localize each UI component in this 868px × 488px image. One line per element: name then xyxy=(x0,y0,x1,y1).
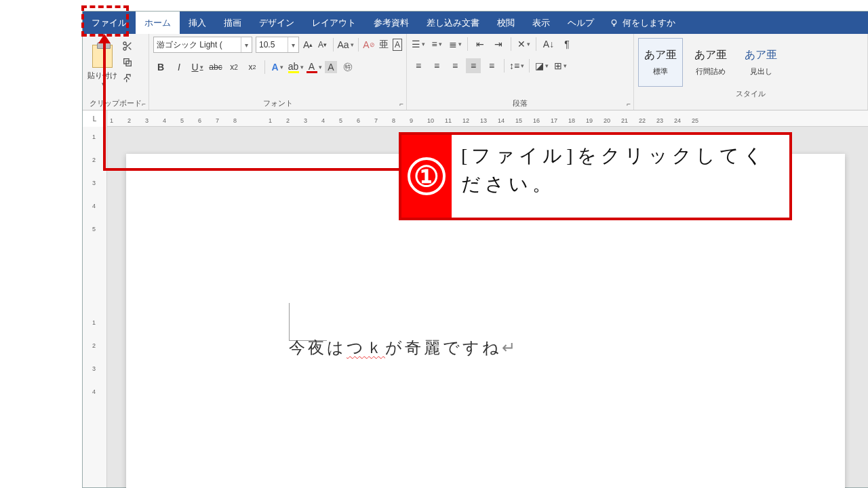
style-sample: あア亜 xyxy=(644,48,677,62)
shrink-font-button[interactable]: A▾ xyxy=(317,37,328,52)
margin-indicator xyxy=(289,303,327,341)
copy-button[interactable] xyxy=(121,56,134,69)
paragraph-group-label: 段落 xyxy=(513,98,528,108)
ruler-area: L 87654321123456789101112131415161718192… xyxy=(83,110,868,127)
font-size-value: 10.5 xyxy=(256,40,288,49)
align-left-button[interactable]: ≡ xyxy=(411,58,426,73)
tab-references[interactable]: 参考資料 xyxy=(365,12,418,34)
phonetic-guide-button[interactable]: 亜 xyxy=(378,37,389,52)
annotation-arrow-vertical xyxy=(103,37,106,171)
tab-design[interactable]: デザイン xyxy=(250,12,303,34)
char-border-button[interactable]: A xyxy=(393,39,402,51)
font-size-combo[interactable]: 10.5▾ xyxy=(256,37,299,53)
caret-down-icon: ▾ xyxy=(241,37,252,52)
font-name-value: 游ゴシック Light ( xyxy=(154,39,241,51)
ribbon-group-styles: あア亜 標準 あア亜 行間詰め あア亜 見出し スタイル xyxy=(634,34,868,110)
tab-insert[interactable]: 挿入 xyxy=(180,12,215,34)
caret-down-icon: ▾ xyxy=(288,37,298,52)
ribbon-tab-bar: ファイル ホーム 挿入 描画 デザイン レイアウト 参考資料 差し込み文書 校閲… xyxy=(83,12,868,34)
annotation-callout: ① [ファイル]をクリックしてください。 xyxy=(399,132,792,220)
align-center-button[interactable]: ≡ xyxy=(429,58,444,73)
style-heading1[interactable]: あア亜 見出し xyxy=(738,38,783,87)
text-segment: 今夜は xyxy=(289,339,347,357)
ribbon-group-paragraph: ☰▾ ≡▾ ≣▾ ⇤ ⇥ ✕▾ A↓ ¶ xyxy=(407,34,634,110)
subscript-button[interactable]: x2 xyxy=(226,60,241,75)
svg-point-2 xyxy=(123,47,126,50)
tab-file[interactable]: ファイル xyxy=(83,12,136,34)
svg-point-0 xyxy=(612,20,616,24)
horizontal-ruler[interactable]: 8765432112345678910111213141516171819202… xyxy=(107,110,868,127)
change-case-button[interactable]: Aa▾ xyxy=(338,37,353,52)
annotation-text: [ファイル]をクリックしてください。 xyxy=(452,135,789,218)
clear-formatting-button[interactable]: A⊘ xyxy=(363,37,374,52)
ribbon-group-clipboard: 貼り付け ▾ クリップボード⌐ xyxy=(83,34,149,110)
text-effects-button[interactable]: A▾ xyxy=(270,60,285,75)
document-text[interactable]: 今夜はつｋが奇麗ですね↵ xyxy=(289,337,518,359)
lightbulb-icon xyxy=(610,18,618,27)
tab-layout[interactable]: レイアウト xyxy=(303,12,365,34)
char-shading-button[interactable]: A xyxy=(325,61,337,73)
number-list-button[interactable]: ≡▾ xyxy=(429,37,444,52)
strikethrough-button[interactable]: abc xyxy=(208,60,223,75)
multilevel-list-button[interactable]: ≣▾ xyxy=(448,37,462,52)
shading-button[interactable]: ◪▾ xyxy=(534,58,549,73)
tab-view[interactable]: 表示 xyxy=(524,12,559,34)
bold-button[interactable]: B xyxy=(153,60,168,75)
grow-font-button[interactable]: A▴ xyxy=(302,37,313,52)
style-label: 行間詰め xyxy=(696,66,726,77)
dialog-launcher-icon[interactable]: ⌐ xyxy=(627,100,631,108)
italic-button[interactable]: I xyxy=(172,60,186,75)
align-right-button[interactable]: ≡ xyxy=(448,58,462,73)
superscript-button[interactable]: x2 xyxy=(245,60,260,75)
screenshot-root: ファイル ホーム 挿入 描画 デザイン レイアウト 参考資料 差し込み文書 校閲… xyxy=(0,0,868,488)
increase-indent-button[interactable]: ⇥ xyxy=(491,37,506,52)
word-window: ファイル ホーム 挿入 描画 デザイン レイアウト 参考資料 差し込み文書 校閲… xyxy=(82,11,868,488)
font-name-combo[interactable]: 游ゴシック Light (▾ xyxy=(153,37,252,53)
svg-point-1 xyxy=(123,42,126,45)
tab-draw[interactable]: 描画 xyxy=(215,12,250,34)
annotation-arrow-horizontal xyxy=(103,168,400,171)
ribbon: 貼り付け ▾ クリップボード⌐ 游ゴシック Light (▾ xyxy=(83,34,868,110)
style-label: 見出し xyxy=(750,66,772,77)
spelling-error: つｋ xyxy=(347,339,385,357)
text-segment: が奇麗ですね xyxy=(385,339,502,357)
format-painter-button[interactable] xyxy=(121,72,134,85)
line-spacing-button[interactable]: ↕≡▾ xyxy=(509,58,524,73)
style-sample: あア亜 xyxy=(694,48,727,62)
clipboard-group-label: クリップボード xyxy=(90,98,142,108)
tell-me-label: 何をしますか xyxy=(623,17,675,29)
tab-help[interactable]: ヘルプ xyxy=(559,12,603,34)
show-marks-button[interactable]: ¶ xyxy=(559,37,574,52)
dialog-launcher-icon[interactable]: ⌐ xyxy=(399,100,403,108)
borders-button[interactable]: ⊞▾ xyxy=(553,58,568,73)
enclose-char-button[interactable]: ㊕ xyxy=(340,60,355,75)
ribbon-group-font: 游ゴシック Light (▾ 10.5▾ A▴ A▾ Aa▾ A⊘ 亜 A xyxy=(149,34,407,110)
tab-mailings[interactable]: 差し込み文書 xyxy=(418,12,488,34)
paragraph-mark-icon: ↵ xyxy=(502,339,518,357)
justify-button[interactable]: ≡ xyxy=(466,58,481,73)
tab-home[interactable]: ホーム xyxy=(136,12,180,34)
bullet-list-button[interactable]: ☰▾ xyxy=(411,37,426,52)
vertical-ruler[interactable]: 543211234 xyxy=(83,127,107,487)
paste-label: 貼り付け xyxy=(87,70,117,81)
paste-button[interactable]: 貼り付け ▾ xyxy=(87,37,118,95)
highlight-button[interactable]: ab▾ xyxy=(288,60,303,75)
style-sample: あア亜 xyxy=(745,48,777,62)
underline-button[interactable]: U▾ xyxy=(190,60,205,75)
clipboard-icon xyxy=(92,45,113,68)
asian-layout-button[interactable]: ✕▾ xyxy=(516,37,531,52)
styles-group-label: スタイル xyxy=(736,89,766,99)
tab-review[interactable]: 校閲 xyxy=(488,12,524,34)
dialog-launcher-icon[interactable]: ⌐ xyxy=(142,100,146,108)
style-normal[interactable]: あア亜 標準 xyxy=(638,38,683,87)
distribute-button[interactable]: ≡ xyxy=(484,58,499,73)
decrease-indent-button[interactable]: ⇤ xyxy=(473,37,488,52)
sort-button[interactable]: A↓ xyxy=(541,37,556,52)
tell-me-search[interactable]: 何をしますか xyxy=(610,12,675,34)
style-no-spacing[interactable]: あア亜 行間詰め xyxy=(688,38,733,87)
style-label: 標準 xyxy=(653,66,668,77)
cut-button[interactable] xyxy=(121,39,134,53)
font-color-button[interactable]: A▾ xyxy=(307,60,321,75)
font-group-label: フォント xyxy=(263,98,293,108)
annotation-step-number: ① xyxy=(401,135,452,218)
